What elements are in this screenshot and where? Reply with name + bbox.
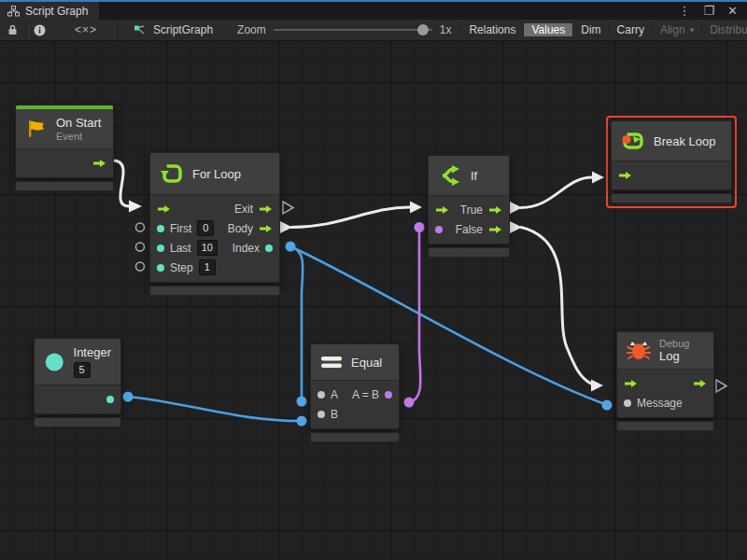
- toolbar-toggles: Relations Values Dim Carry Align▾ Distri…: [460, 20, 747, 40]
- node-on-start[interactable]: On Start Event: [15, 105, 114, 191]
- step-value-input[interactable]: 1: [199, 259, 216, 275]
- script-graph-icon: [134, 24, 147, 36]
- node-for-loop[interactable]: For Loop Exit First 0: [149, 152, 280, 296]
- port-row: [35, 389, 120, 409]
- node-title: On Start: [56, 116, 101, 130]
- code-view-toggle[interactable]: <×>: [54, 20, 119, 40]
- node-title: Log: [659, 349, 689, 363]
- node-footer: [15, 181, 114, 191]
- graph-name-label: ScriptGraph: [153, 23, 213, 36]
- port-row: [617, 373, 713, 393]
- zoom-value: 1x: [440, 23, 452, 36]
- value-in-port[interactable]: [624, 399, 631, 407]
- node-subtitle: Debug: [659, 338, 689, 349]
- zoom-slider-handle[interactable]: [417, 24, 429, 35]
- tab-script-graph[interactable]: Script Graph: [0, 2, 99, 20]
- exec-in-port[interactable]: [157, 204, 171, 214]
- zoom-control: Zoom 1x: [228, 20, 460, 40]
- port-row: First 0 Body: [150, 218, 279, 238]
- graph-selector[interactable]: ScriptGraph: [119, 20, 228, 40]
- value-out-port[interactable]: [385, 391, 392, 399]
- tab-title: Script Graph: [25, 5, 88, 18]
- value-in-port[interactable]: [157, 245, 164, 252]
- node-footer: [310, 432, 400, 442]
- port-row: A A = B: [311, 385, 399, 404]
- port-row: Message: [617, 393, 713, 413]
- node-title: For Loop: [192, 167, 241, 181]
- graph-toolbar: <×> ScriptGraph Zoom 1x Relations Values…: [0, 20, 747, 41]
- exec-out-port[interactable]: [259, 224, 273, 233]
- port-label-true: True: [460, 203, 483, 217]
- zoom-slider[interactable]: [274, 29, 432, 31]
- info-icon: [34, 24, 46, 36]
- port-label-step: Step: [170, 261, 193, 274]
- exec-in-port[interactable]: [624, 379, 638, 388]
- port-label-exit: Exit: [234, 203, 253, 216]
- value-in-port[interactable]: [317, 411, 325, 418]
- exec-in-port[interactable]: [435, 205, 449, 215]
- integer-value-input[interactable]: 5: [74, 362, 91, 378]
- node-footer: [149, 286, 280, 296]
- node-debug-log[interactable]: Debug Log Message: [616, 331, 714, 431]
- lock-button[interactable]: [0, 20, 26, 40]
- first-value-input[interactable]: 0: [197, 220, 214, 236]
- branch-icon: [438, 163, 462, 188]
- code-toggle-icon: <×>: [75, 23, 97, 36]
- last-value-input[interactable]: 10: [197, 240, 218, 256]
- node-subtitle: Event: [56, 131, 101, 142]
- value-in-port[interactable]: [157, 225, 164, 232]
- port-row: True: [429, 200, 509, 219]
- port-label-result: A = B: [352, 388, 379, 401]
- exec-out-port[interactable]: [488, 225, 502, 234]
- exec-out-port[interactable]: [259, 204, 273, 214]
- port-label-first: First: [170, 222, 191, 235]
- port-row: Last 10 Index: [150, 238, 279, 258]
- node-title: Break Loop: [654, 134, 716, 148]
- node-footer: [611, 193, 732, 203]
- exec-out-port[interactable]: [92, 159, 106, 168]
- unity-script-graph-window: Script Graph ⋮ ❐ ✕ <×>: [0, 0, 747, 560]
- node-footer: [428, 247, 510, 258]
- condition-in-port[interactable]: [435, 226, 443, 233]
- relations-button[interactable]: Relations: [460, 23, 524, 36]
- tab-bar: Script Graph ⋮ ❐ ✕: [0, 2, 747, 20]
- value-out-port[interactable]: [265, 245, 273, 252]
- value-in-port[interactable]: [317, 391, 325, 399]
- port-label-index: Index: [233, 242, 260, 255]
- bug-icon: [627, 339, 651, 363]
- port-label-a: A: [331, 388, 338, 401]
- port-row: [612, 165, 731, 185]
- port-label-false: False: [456, 223, 483, 236]
- dim-button[interactable]: Dim: [573, 23, 609, 36]
- window-controls: ⋮ ❐ ✕: [678, 2, 747, 20]
- node-if[interactable]: If True False: [428, 155, 510, 258]
- port-row: B: [311, 404, 399, 424]
- port-label-last: Last: [170, 242, 191, 255]
- exec-out-port[interactable]: [693, 379, 707, 388]
- port-row: False: [429, 219, 509, 239]
- port-row: Step 1: [150, 258, 279, 277]
- close-icon[interactable]: ✕: [727, 4, 738, 18]
- zoom-label: Zoom: [237, 23, 266, 36]
- maximize-icon[interactable]: ❐: [703, 4, 714, 18]
- integer-icon: [44, 350, 65, 374]
- info-button[interactable]: [26, 20, 54, 40]
- loop-icon: [160, 161, 184, 186]
- distribute-button[interactable]: Distribute▾: [702, 23, 747, 36]
- node-footer: [34, 417, 121, 427]
- node-footer: [616, 421, 714, 431]
- carry-button[interactable]: Carry: [610, 23, 653, 36]
- value-out-port[interactable]: [106, 396, 114, 403]
- exec-in-port[interactable]: [618, 171, 632, 180]
- node-break-loop[interactable]: Break Loop: [606, 116, 737, 208]
- window-menu-icon[interactable]: ⋮: [678, 4, 690, 18]
- align-button[interactable]: Align▾: [653, 23, 702, 36]
- exec-out-port[interactable]: [488, 205, 502, 215]
- node-integer[interactable]: Integer 5: [34, 338, 121, 427]
- value-in-port[interactable]: [157, 264, 164, 272]
- values-button[interactable]: Values: [524, 23, 573, 36]
- node-equal[interactable]: Equal A A = B B: [310, 343, 400, 442]
- graph-hierarchy-icon: [7, 6, 20, 17]
- port-label-message: Message: [637, 397, 683, 410]
- equals-icon: [320, 355, 343, 370]
